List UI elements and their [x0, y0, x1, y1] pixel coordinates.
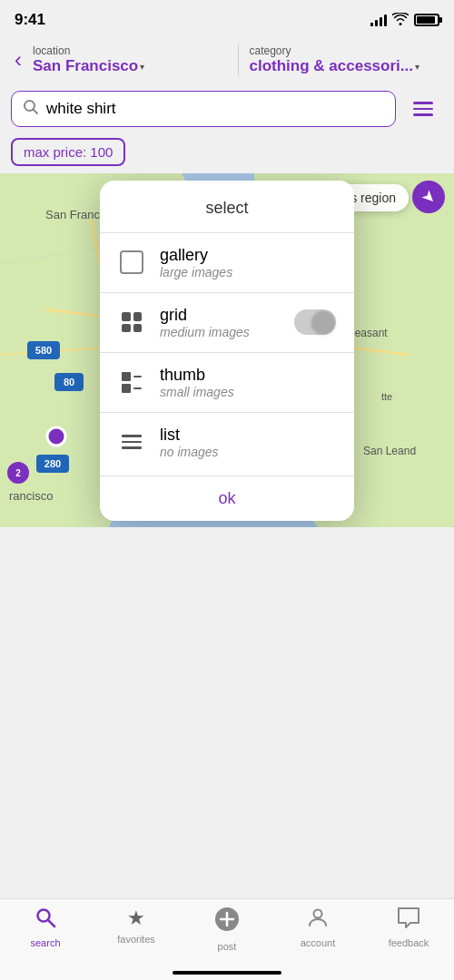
- feedback-nav-label: feedback: [389, 937, 429, 948]
- modal-ok-button[interactable]: ok: [100, 475, 354, 521]
- modal-overlay: select gallery large images: [0, 173, 454, 527]
- nav-item-account[interactable]: account: [272, 906, 363, 948]
- search-container: [0, 83, 454, 134]
- location-filter[interactable]: location San Francisco ▾: [33, 44, 239, 75]
- account-nav-icon: [307, 906, 329, 934]
- nav-item-feedback[interactable]: feedback: [363, 906, 454, 948]
- modal-item-thumb[interactable]: thumb small images: [100, 353, 354, 412]
- category-label: category: [250, 44, 444, 57]
- nav-item-favorites[interactable]: ★ favorites: [91, 906, 182, 945]
- map-area: 80 80 280 580 24 San Francisco Pleasant …: [0, 173, 454, 527]
- favorites-nav-label: favorites: [117, 934, 155, 945]
- status-time: 9:41: [15, 11, 45, 29]
- modal-title: select: [100, 199, 354, 218]
- gallery-icon: [118, 249, 145, 276]
- list-text: list no images: [160, 426, 336, 459]
- bottom-nav: search ★ favorites post account: [0, 898, 454, 980]
- location-value: San Francisco: [33, 57, 138, 75]
- account-nav-label: account: [301, 937, 336, 948]
- status-icons: [370, 13, 439, 28]
- category-dropdown-arrow: ▾: [415, 62, 419, 72]
- post-nav-label: post: [218, 941, 237, 952]
- search-nav-icon: [35, 906, 56, 934]
- nav-item-post[interactable]: post: [182, 906, 272, 952]
- price-filter-badge[interactable]: max price: 100: [11, 138, 125, 166]
- status-bar: 9:41: [0, 0, 454, 40]
- wifi-icon: [392, 13, 409, 28]
- search-box: [11, 91, 396, 127]
- search-icon: [23, 99, 39, 119]
- modal-item-gallery[interactable]: gallery large images: [100, 233, 354, 292]
- svg-line-1: [34, 110, 38, 114]
- post-nav-icon: [214, 906, 240, 937]
- svg-point-35: [314, 910, 322, 918]
- filter-row: max price: 100: [0, 134, 454, 173]
- location-dropdown-arrow: ▾: [140, 62, 144, 72]
- home-indicator: [173, 971, 281, 975]
- search-input[interactable]: [46, 100, 384, 118]
- back-button[interactable]: ‹: [11, 44, 25, 76]
- category-filter[interactable]: category clothing & accessori... ▾: [239, 44, 444, 75]
- modal-item-list[interactable]: list no images: [100, 413, 354, 472]
- hamburger-icon: [413, 102, 433, 116]
- grid-toggle[interactable]: [294, 309, 336, 335]
- thumb-icon: [118, 368, 145, 396]
- nav-item-search[interactable]: search: [0, 906, 91, 948]
- nav-bar: ‹ location San Francisco ▾ category clot…: [0, 40, 454, 83]
- grid-icon: [118, 309, 145, 336]
- menu-button[interactable]: [403, 89, 443, 129]
- modal-item-grid[interactable]: grid medium images: [100, 293, 354, 352]
- battery-icon: [414, 14, 439, 26]
- select-modal: select gallery large images: [100, 181, 354, 521]
- favorites-nav-icon: ★: [127, 906, 145, 930]
- location-label: location: [33, 44, 227, 57]
- list-icon: [118, 428, 145, 456]
- category-value: clothing & accessori...: [250, 57, 413, 75]
- search-nav-label: search: [30, 937, 60, 948]
- signal-icon: [370, 14, 387, 26]
- gallery-text: gallery large images: [160, 246, 336, 279]
- nav-filters: location San Francisco ▾ category clothi…: [33, 44, 443, 75]
- feedback-nav-icon: [397, 906, 420, 934]
- gallery-checkbox: [120, 250, 143, 274]
- thumb-text: thumb small images: [160, 366, 336, 399]
- svg-line-31: [48, 920, 54, 926]
